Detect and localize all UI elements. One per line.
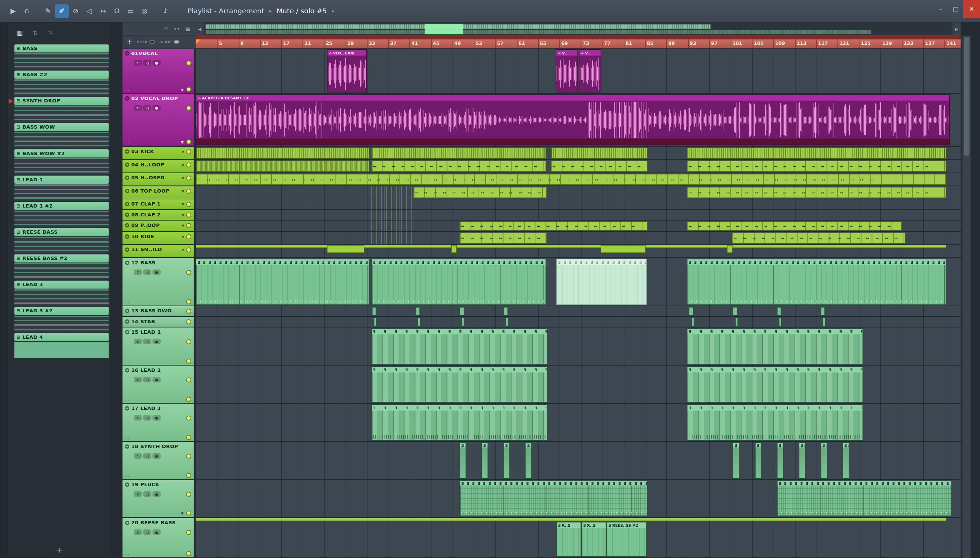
clip-drop[interactable]: ƎƎ (799, 442, 806, 479)
record-control-icon[interactable]: ⟲ (134, 415, 142, 421)
clip-small[interactable] (691, 317, 694, 326)
slide-toggle[interactable]: SLIDE (159, 40, 179, 44)
clip-drop[interactable]: ƎƎ (821, 442, 827, 479)
clip-small[interactable] (417, 317, 420, 326)
monitor-control-icon[interactable]: ◁ (143, 339, 151, 345)
clip-striped[interactable] (371, 199, 412, 209)
scrollbar-handle[interactable] (964, 37, 969, 156)
track-enable-led[interactable] (186, 339, 191, 344)
track-header-09[interactable]: 09 P..OOP▼ (123, 220, 194, 232)
clip-lead3[interactable]: ƎƎƎƎƎƎƎƎƎƎƎƎƎƎƎƎƎƎ (687, 404, 863, 441)
dot-control-icon[interactable]: ● (153, 529, 161, 535)
track-enable-led[interactable] (186, 299, 191, 305)
playlist-lane-13[interactable] (196, 306, 960, 317)
clip-small[interactable] (689, 307, 693, 316)
track-header-08[interactable]: 08 CLAP 2▼ (123, 210, 194, 220)
track-header-15[interactable]: 15 LEAD 1⟲◁●... (123, 327, 194, 366)
dot-control-icon[interactable]: ● (153, 491, 161, 497)
playlist-lane-18[interactable]: ƎƎƎƎƎƎƎƎƎƎƎƎƎƎƎƎƎƎƎƎ (196, 442, 960, 480)
monitor-control-icon[interactable]: ◁ (143, 105, 151, 111)
track-mute-icon[interactable] (125, 406, 129, 411)
track-mute-icon[interactable] (125, 330, 129, 335)
clip-drop[interactable]: ƎƎ (460, 442, 466, 479)
track-enable-led[interactable] (186, 435, 191, 440)
clip-lead3[interactable]: ƎƎƎƎƎƎƎƎƎƎƎƎƎƎƎƎƎƎ (371, 404, 548, 441)
link-icon[interactable]: ⊶ (174, 26, 180, 32)
performance-mode-icon[interactable]: ≡ (164, 26, 168, 32)
record-control-icon[interactable]: ⟲ (134, 339, 142, 345)
track-enable-led[interactable] (186, 492, 191, 497)
playlist-lane-03[interactable] (196, 147, 960, 160)
clip-lead[interactable]: ƎƎƎƎƎƎƎƎƎƎƎƎƎƎƎƎƎƎ (371, 366, 548, 402)
record-control-icon[interactable]: ⟲ (134, 269, 142, 275)
clip-kick[interactable] (687, 147, 946, 159)
clip-drop[interactable]: ƎƎ (503, 442, 510, 479)
clip-small[interactable] (822, 317, 826, 326)
track-enable-led[interactable] (186, 162, 191, 167)
clip-arrows[interactable]: ↦↦↦↦↦↦↦↦↦↦↦↦↦↦↦↦↦↦↦↦↦↦↦↦↦↦ (687, 187, 946, 198)
select-tool-icon[interactable]: ▭ (124, 4, 138, 18)
clip-block[interactable] (327, 245, 364, 253)
playlist-lane-06[interactable]: ↦↦↦↦↦↦↦↦↦↦↦↦↦↦↦↦↦↦↦↦↦↦↦↦↦↦↦↦↦↦↦↦↦↦↦↦↦↦↦↦ (196, 186, 960, 199)
vertical-scrollbar[interactable] (962, 36, 971, 558)
playlist-lane-01[interactable]: ↦ VOX..C#m↦ V..↦ V.. (196, 49, 960, 94)
clip-drop[interactable]: ƎƎ (733, 442, 739, 479)
clip-arrows[interactable]: ↦↦↦↦↦↦↦↦↦↦↦ (550, 161, 648, 172)
playlist-lane-04[interactable]: ↦↦↦↦↦↦↦↦↦↦↦↦↦↦↦↦↦↦↦↦↦↦↦↦↦↦↦↦↦↦↦↦↦↦↦↦↦↦↦↦… (196, 160, 960, 173)
track-enable-led[interactable] (186, 377, 191, 382)
clip-reese[interactable]: Ǝ R..S (581, 522, 606, 557)
playlist-lane-17[interactable]: ƎƎƎƎƎƎƎƎƎƎƎƎƎƎƎƎƎƎƎƎƎƎƎƎƎƎƎƎƎƎƎƎƎƎƎƎ (196, 404, 960, 442)
zoom-tool-icon[interactable]: ◎ (138, 4, 151, 18)
playlist-lane-15[interactable]: ƎƎƎƎƎƎƎƎƎƎƎƎƎƎƎƎƎƎƎƎƎƎƎƎƎƎƎƎƎƎƎƎƎƎƎƎ (196, 327, 960, 366)
track-enable-led[interactable] (186, 223, 191, 228)
track-mute-icon[interactable] (125, 444, 129, 449)
dot-control-icon[interactable]: ● (153, 105, 161, 111)
timeline-ruler[interactable]: 5913172125293337414549535761656973778185… (196, 36, 960, 49)
picker-item[interactable]: ƎLEAD 1 (14, 176, 108, 200)
dot-control-icon[interactable]: ● (153, 269, 161, 275)
picker-item[interactable]: ƎBASS WOW #2 (14, 149, 108, 174)
clip-striped[interactable] (371, 220, 412, 231)
delete-tool-icon[interactable]: ⊘ (69, 4, 82, 18)
track-mute-icon[interactable] (125, 189, 129, 193)
clip-arrows[interactable]: ↦↦↦↦↦↦↦↦↦↦↦↦↦↦↦↦↦↦↦ (460, 221, 648, 231)
picker-item[interactable]: ƎREESE BASS (14, 228, 108, 253)
track-enable-led[interactable] (186, 234, 191, 239)
slide-tool-icon[interactable]: ↔ (96, 4, 110, 18)
clip-lead[interactable]: ƎƎƎƎƎƎƎƎƎƎƎƎƎƎƎƎƎƎ (371, 328, 548, 364)
track-mute-icon[interactable] (125, 235, 129, 239)
monitor-control-icon[interactable]: ◁ (143, 269, 151, 275)
picker-item[interactable]: ƎLEAD 1 #2 (14, 202, 108, 226)
dot-control-icon[interactable]: ● (153, 60, 161, 66)
picker-item[interactable]: ƎLEAD 3 #2 (14, 307, 108, 332)
monitor-control-icon[interactable]: ◁ (143, 377, 151, 383)
playlist-lane-12[interactable]: ƎƎƎƎƎƎƎƎƎƎƎƎƎƎƎƎƎƎƎƎƎƎƎƎƎƎƎƎƎƎƎƎƎƎƎƎƎƎƎƎ… (196, 258, 960, 306)
headphones-icon[interactable]: ∩ (20, 4, 34, 18)
clip-arrows[interactable]: ↦↦↦↦↦↦↦↦↦↦ (460, 232, 547, 244)
grid-color-icon[interactable]: ▦ (185, 26, 191, 32)
record-control-icon[interactable]: ⟲ (134, 105, 142, 111)
picker-item[interactable]: ƎREESE BASS #2 (14, 254, 108, 279)
clip-lead[interactable]: ƎƎƎƎƎƎƎƎƎƎƎƎƎƎƎƎƎƎ (687, 366, 863, 402)
picker-add-button[interactable]: + (8, 545, 111, 554)
track-enable-led[interactable] (186, 202, 191, 207)
clip-audio-long[interactable]: ↦ ACAPELLA BESAME FX (196, 94, 950, 145)
monitor-control-icon[interactable]: ◁ (143, 60, 151, 66)
track-enable-led[interactable] (186, 473, 191, 478)
mute-tool-icon[interactable]: ◁ (82, 4, 96, 18)
monitor-control-icon[interactable]: ◁ (143, 453, 151, 459)
clip-small[interactable] (505, 317, 508, 326)
track-mute-icon[interactable] (125, 223, 129, 228)
dot-control-icon[interactable]: ● (153, 415, 161, 421)
track-mute-icon[interactable] (125, 212, 129, 217)
clip-arrows[interactable]: ↦↦↦↦↦↦↦↦↦↦↦↦↦↦ (413, 187, 547, 198)
clip-block[interactable] (451, 245, 456, 253)
record-control-icon[interactable]: ⟲ (134, 491, 142, 497)
track-mute-icon[interactable] (125, 261, 129, 265)
dot-control-icon[interactable]: ● (153, 339, 161, 345)
playlist-lane-05[interactable]: ↦↦↦↦↦↦↦↦↦↦↦↦↦↦↦↦↦↦↦↦↦↦↦↦↦↦↦↦↦↦↦↦↦↦↦↦↦↦↦↦… (196, 173, 960, 187)
track-enable-led[interactable] (186, 397, 191, 402)
playlist-lane-19[interactable]: ƎƎƎƎƎƎƎƎƎƎƎƎƎƎƎƎƎƎƎƎƎƎƎƎƎƎƎƎƎƎƎƎƎƎƎƎƎƎƎƎ… (196, 480, 960, 518)
track-enable-led[interactable] (186, 319, 191, 324)
picker-item[interactable]: ƎLEAD 4 (14, 333, 108, 358)
